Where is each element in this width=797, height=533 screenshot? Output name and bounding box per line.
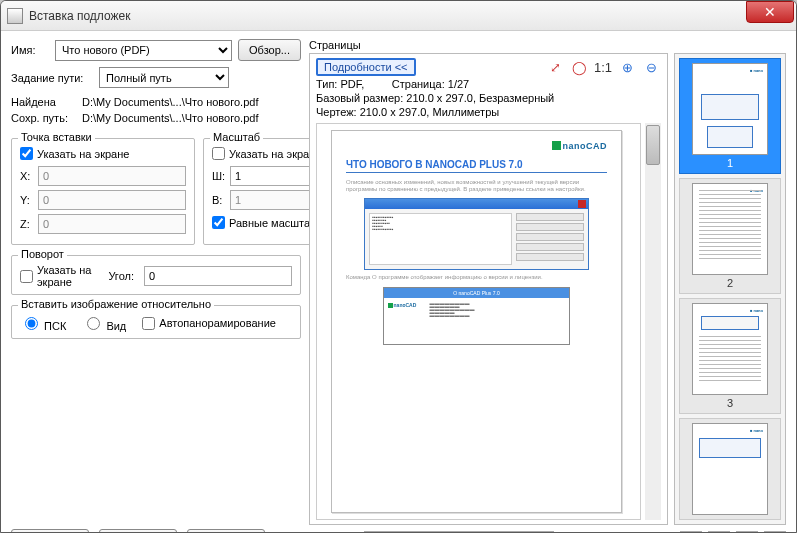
nanocad-logo: nanoCAD xyxy=(346,141,607,151)
radio-ucs-input[interactable] xyxy=(25,317,38,330)
thumbnail-strip: ■ nano 1 ■ nano 2 xyxy=(674,53,786,525)
right-panel: Страницы Подробности << ⤢ ◯ 1:1 ⊕ ⊖ xyxy=(309,39,786,533)
h-label: В: xyxy=(212,194,226,206)
thumb-1-caption: 1 xyxy=(727,157,733,169)
thumb-2-caption: 2 xyxy=(727,277,733,289)
scale-onscreen-label: Указать на экране xyxy=(229,148,321,160)
radio-ucs[interactable]: ПСК xyxy=(20,314,66,332)
group-insert-point: Точка вставки Указать на экране X: Y: xyxy=(11,138,195,245)
close-icon: ✕ xyxy=(764,4,776,20)
doc-title: ЧТО НОВОГО В NANOCAD PLUS 7.0 xyxy=(346,159,607,170)
mini-dialog-2: О nanoCAD Plus 7.0 nanoCAD ▬▬▬▬▬▬▬▬▬▬▬▬▬… xyxy=(383,287,571,345)
app-icon xyxy=(7,8,23,24)
x-input[interactable] xyxy=(38,166,186,186)
zoom-in-icon[interactable]: ⊕ xyxy=(617,58,637,76)
legend-relative: Вставить изображение относительно xyxy=(18,298,214,310)
thumb-3-caption: 3 xyxy=(727,397,733,409)
zoom-1to1-icon[interactable]: 1:1 xyxy=(593,58,613,76)
radio-view-label: Вид xyxy=(106,320,126,332)
legend-scale: Масштаб xyxy=(210,131,263,143)
preview-main[interactable]: nanoCAD ЧТО НОВОГО В NANOCAD PLUS 7.0 Оп… xyxy=(316,123,641,520)
group-rotation: Поворот Указать на экране Угол: xyxy=(11,255,301,295)
found-line: Найдена D:\My Documents\...\Что нового.p… xyxy=(11,96,301,108)
group-relative: Вставить изображение относительно ПСК Ви… xyxy=(11,305,301,339)
equal-scale-checkbox[interactable] xyxy=(212,216,225,229)
autopan-check[interactable]: Автопанорамирование xyxy=(142,317,276,330)
z-input[interactable] xyxy=(38,214,186,234)
save-path-value: D:\My Documents\...\Что нового.pdf xyxy=(82,112,258,124)
info-type: Тип: PDF, xyxy=(316,78,364,90)
help-button[interactable]: Справка xyxy=(187,529,265,533)
w-label: Ш: xyxy=(212,170,226,182)
info-page: Страница: 1/27 xyxy=(392,78,469,90)
dialog-window: Вставка подложек ✕ Имя: Что нового (PDF)… xyxy=(0,0,797,533)
rotation-onscreen-checkbox[interactable] xyxy=(20,270,33,283)
save-path-label: Сохр. путь: xyxy=(11,112,79,124)
radio-view[interactable]: Вид xyxy=(82,314,126,332)
thumb-3[interactable]: ■ nano 3 xyxy=(679,298,781,414)
found-path: D:\My Documents\...\Что нового.pdf xyxy=(82,96,258,108)
thumb-1[interactable]: ■ nano 1 xyxy=(679,58,781,174)
found-label: Найдена xyxy=(11,96,79,108)
cancel-button[interactable]: Отмена xyxy=(99,529,177,533)
thumb-2[interactable]: ■ nano 2 xyxy=(679,178,781,294)
doc-paragraph: Описание основных изменений, новых возмо… xyxy=(346,179,607,192)
autopan-label: Автопанорамирование xyxy=(159,317,276,329)
thumb-4[interactable]: ■ nano xyxy=(679,418,781,520)
details-button[interactable]: Подробности << xyxy=(316,58,416,76)
path-mode-label: Задание пути: xyxy=(11,72,93,84)
insert-onscreen-label: Указать на экране xyxy=(37,148,129,160)
radio-ucs-label: ПСК xyxy=(44,320,66,332)
doc-page: nanoCAD ЧТО НОВОГО В NANOCAD PLUS 7.0 Оп… xyxy=(331,130,622,513)
dialog-buttons: OK Отмена Справка xyxy=(11,529,301,533)
page-info: Тип: PDF, Страница: 1/27 Базовый размер:… xyxy=(316,78,661,119)
autopan-checkbox[interactable] xyxy=(142,317,155,330)
preview-toolbar: Подробности << ⤢ ◯ 1:1 ⊕ ⊖ xyxy=(316,58,661,76)
path-mode-select[interactable]: Полный путь xyxy=(99,67,229,88)
y-input[interactable] xyxy=(38,190,186,210)
save-path-line: Сохр. путь: D:\My Documents\...\Что ново… xyxy=(11,112,301,124)
z-label: Z: xyxy=(20,218,34,230)
pages-header: Страницы xyxy=(309,39,786,51)
legend-rotation: Поворот xyxy=(18,248,67,260)
mini-dialog-1: ▪▪▪▪▪▪▪▪▪▪▪▪▪▪▪▪▪▪▪▪▪▪▪▪▪▪▪▪▪▪▪▪▪▪▪▪▪▪▪▪… xyxy=(364,198,588,270)
y-label: Y: xyxy=(20,194,34,206)
angle-input[interactable] xyxy=(144,266,292,286)
preview-scrollbar[interactable] xyxy=(645,123,661,520)
zoom-extents-icon[interactable]: ⤢ xyxy=(545,58,565,76)
info-drawing: Чертеж: 210.0 x 297.0, Миллиметры xyxy=(316,106,499,118)
x-label: X: xyxy=(20,170,34,182)
name-select[interactable]: Что нового (PDF) xyxy=(55,40,232,61)
zoom-window-icon[interactable]: ◯ xyxy=(569,58,589,76)
window-title: Вставка подложек xyxy=(29,9,746,23)
left-panel: Имя: Что нового (PDF) Обзор... Задание п… xyxy=(11,39,301,533)
legend-insert-point: Точка вставки xyxy=(18,131,95,143)
name-label: Имя: xyxy=(11,44,49,56)
titlebar: Вставка подложек ✕ xyxy=(1,1,796,31)
ok-button[interactable]: OK xyxy=(11,529,89,533)
radio-view-input[interactable] xyxy=(87,317,100,330)
insert-onscreen-checkbox[interactable] xyxy=(20,147,33,160)
dialog-body: Имя: Что нового (PDF) Обзор... Задание п… xyxy=(1,31,796,533)
scrollbar-thumb[interactable] xyxy=(646,125,660,165)
info-base-size: Базовый размер: 210.0 x 297.0, Безразмер… xyxy=(316,92,554,104)
angle-label: Угол: xyxy=(108,270,134,282)
doc-paragraph-2: Команда О программе отображает информаци… xyxy=(346,274,607,281)
preview-area: Подробности << ⤢ ◯ 1:1 ⊕ ⊖ Тип: PDF, Стр… xyxy=(309,53,668,525)
rotation-onscreen-label: Указать на экране xyxy=(37,264,98,288)
close-button[interactable]: ✕ xyxy=(746,1,794,23)
browse-button[interactable]: Обзор... xyxy=(238,39,301,61)
zoom-out-icon[interactable]: ⊖ xyxy=(641,58,661,76)
scale-onscreen-checkbox[interactable] xyxy=(212,147,225,160)
